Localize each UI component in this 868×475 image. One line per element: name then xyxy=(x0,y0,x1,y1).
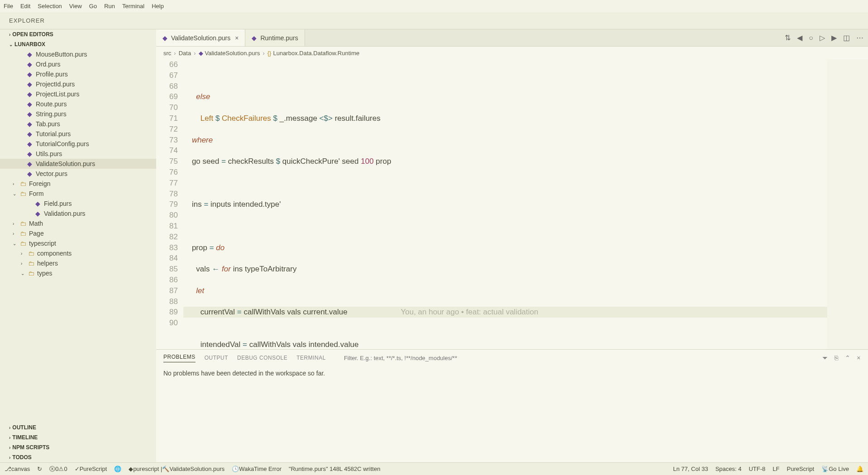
status-cursor[interactable]: Ln 77, Col 33 xyxy=(673,466,708,472)
npm-label: NPM SCRIPTS xyxy=(12,444,49,451)
status-wakatime[interactable]: 🕓 WakaTime Error xyxy=(232,466,281,472)
line-number: 84 xyxy=(156,253,178,264)
statusbar: ⎇ canvas ↻ ⓧ 0 ⚠ 0 ✓ PureScript 🌐 ◆ pure… xyxy=(0,462,868,475)
breadcrumb-file[interactable]: ValidateSolution.purs xyxy=(205,50,260,57)
code-line xyxy=(183,318,827,328)
file-item[interactable]: ◆ProjectList.purs xyxy=(0,89,156,99)
section-timeline[interactable]: ›TIMELINE xyxy=(0,432,156,442)
chevron-icon: › xyxy=(194,50,196,57)
purescript-icon: ◆ xyxy=(27,160,32,167)
file-item[interactable]: ◆String.purs xyxy=(0,109,156,119)
folder-form[interactable]: ⌄🗀Form xyxy=(0,189,156,199)
menu-file[interactable]: File xyxy=(4,3,13,10)
collapse-icon[interactable]: ⎘ xyxy=(835,354,839,361)
menu-view[interactable]: View xyxy=(69,3,82,10)
file-item[interactable]: ◆Route.purs xyxy=(0,99,156,109)
code-content[interactable]: else Left $ CheckFailures $ _.message <$… xyxy=(183,59,827,349)
file-item[interactable]: ◆TutorialConfig.purs xyxy=(0,139,156,149)
chevron-right-icon: › xyxy=(13,181,18,186)
panel-tab-output[interactable]: OUTPUT xyxy=(205,355,228,361)
section-outline[interactable]: ›OUTLINE xyxy=(0,423,156,432)
filter-input[interactable] xyxy=(344,355,625,361)
bottom-sections: ›OUTLINE ›TIMELINE ›NPM SCRIPTS ›TODOS xyxy=(0,423,156,462)
status-branch[interactable]: ⎇ canvas xyxy=(5,466,30,472)
file-item[interactable]: ◆Field.purs xyxy=(0,199,156,209)
status-bell[interactable]: 🔔 xyxy=(856,466,863,472)
status-purescript-build[interactable]: ◆ purescript | 🔨 ValidateSolution.purs xyxy=(129,466,224,472)
panel-body: No problems have been detected in the wo… xyxy=(156,366,868,462)
purescript-icon: ◆ xyxy=(27,130,32,138)
purescript-icon: ◆ xyxy=(35,200,40,207)
run-icon[interactable]: ▶ xyxy=(831,33,837,42)
minimap[interactable] xyxy=(827,59,868,349)
menu-terminal[interactable]: Terminal xyxy=(122,3,144,10)
folder-helpers[interactable]: ›🗀helpers xyxy=(0,258,156,268)
section-npm[interactable]: ›NPM SCRIPTS xyxy=(0,442,156,452)
breadcrumb[interactable]: src› Data› ◆ValidateSolution.purs› {}Lun… xyxy=(156,47,868,59)
folder-math[interactable]: ›🗀Math xyxy=(0,218,156,228)
file-item[interactable]: ◆ProjectId.purs xyxy=(0,79,156,89)
menu-run[interactable]: Run xyxy=(104,3,115,10)
status-golive[interactable]: 📡 Go Live xyxy=(821,466,849,472)
file-item[interactable]: ◆Vector.purs xyxy=(0,169,156,179)
breadcrumb-src[interactable]: src xyxy=(163,50,171,57)
back-icon[interactable]: ◀ xyxy=(797,33,802,42)
close-panel-icon[interactable]: × xyxy=(857,354,861,361)
split-icon[interactable]: ◫ xyxy=(843,33,850,42)
code-line: ins = inputs intended.type' xyxy=(183,199,827,210)
file-item[interactable]: ◆Profile.purs xyxy=(0,69,156,79)
file-item[interactable]: ◆Tutorial.purs xyxy=(0,129,156,139)
folder-components[interactable]: ›🗀components xyxy=(0,248,156,258)
file-item[interactable]: ◆MouseButton.purs xyxy=(0,49,156,59)
section-todos[interactable]: ›TODOS xyxy=(0,452,156,462)
status-indent[interactable]: Spaces: 4 xyxy=(715,466,742,472)
breadcrumb-data[interactable]: Data xyxy=(179,50,191,57)
tab-runtime[interactable]: ◆Runtime.purs xyxy=(245,29,305,46)
menu-edit[interactable]: Edit xyxy=(20,3,30,10)
section-workspace[interactable]: ⌄LUNARBOX xyxy=(0,39,156,49)
panel-tab-problems[interactable]: PROBLEMS xyxy=(163,354,196,362)
breadcrumb-symbol[interactable]: Lunarbox.Data.Dataflow.Runtime xyxy=(273,50,359,57)
editor-tabs: ◆ValidateSolution.purs× ◆Runtime.purs ⇅ … xyxy=(156,29,868,47)
file-item[interactable]: ◆Validation.purs xyxy=(0,209,156,218)
maximize-icon[interactable]: ⌃ xyxy=(845,354,851,361)
purescript-icon: ◆ xyxy=(27,100,32,108)
code-editor[interactable]: 6667686970717273747576777879808182838485… xyxy=(156,59,868,349)
code-line: else xyxy=(183,91,827,102)
file-item[interactable]: ◆Utils.purs xyxy=(0,149,156,159)
menu-go[interactable]: Go xyxy=(89,3,97,10)
status-purescript-check[interactable]: ✓ PureScript xyxy=(75,466,107,472)
file-label: Tab.purs xyxy=(36,120,60,128)
check-icon: ✓ xyxy=(75,466,80,472)
panel-tab-terminal[interactable]: TERMINAL xyxy=(296,355,326,361)
folder-typescript[interactable]: ⌄🗀typescript xyxy=(0,238,156,248)
folder-label: Form xyxy=(29,190,44,197)
tab-validatesolution[interactable]: ◆ValidateSolution.purs× xyxy=(156,29,245,46)
section-open-editors[interactable]: ›OPEN EDITORS xyxy=(0,29,156,39)
status-language[interactable]: PureScript xyxy=(787,466,814,472)
status-globe[interactable]: 🌐 xyxy=(114,466,121,472)
file-item[interactable]: ◆Ord.purs xyxy=(0,59,156,69)
code-line: prop = do xyxy=(183,242,827,253)
folder-types[interactable]: ⌄🗀types xyxy=(0,268,156,278)
menu-selection[interactable]: Selection xyxy=(38,3,62,10)
chevron-down-icon: ⌄ xyxy=(21,271,26,276)
commit-icon[interactable]: ○ xyxy=(809,34,813,42)
problems-message: No problems have been detected in the wo… xyxy=(163,370,325,377)
status-sync[interactable]: ↻ xyxy=(37,466,42,472)
status-errors[interactable]: ⓧ 0 ⚠ 0 xyxy=(49,465,67,473)
menu-help[interactable]: Help xyxy=(152,3,164,10)
folder-foreign[interactable]: ›🗀Foreign xyxy=(0,179,156,189)
file-item-active[interactable]: ◆ValidateSolution.purs xyxy=(0,159,156,169)
line-number: 86 xyxy=(156,275,178,285)
panel-tab-debug[interactable]: DEBUG CONSOLE xyxy=(237,355,287,361)
forward-icon[interactable]: ▷ xyxy=(820,33,825,42)
folder-page[interactable]: ›🗀Page xyxy=(0,228,156,238)
file-item[interactable]: ◆Tab.purs xyxy=(0,119,156,129)
status-encoding[interactable]: UTF-8 xyxy=(749,466,765,472)
close-icon[interactable]: × xyxy=(235,34,238,42)
status-eol[interactable]: LF xyxy=(773,466,779,472)
more-icon[interactable]: ⋯ xyxy=(856,33,863,42)
filter-icon[interactable]: ⏷ xyxy=(822,354,829,361)
compare-icon[interactable]: ⇅ xyxy=(785,33,791,42)
